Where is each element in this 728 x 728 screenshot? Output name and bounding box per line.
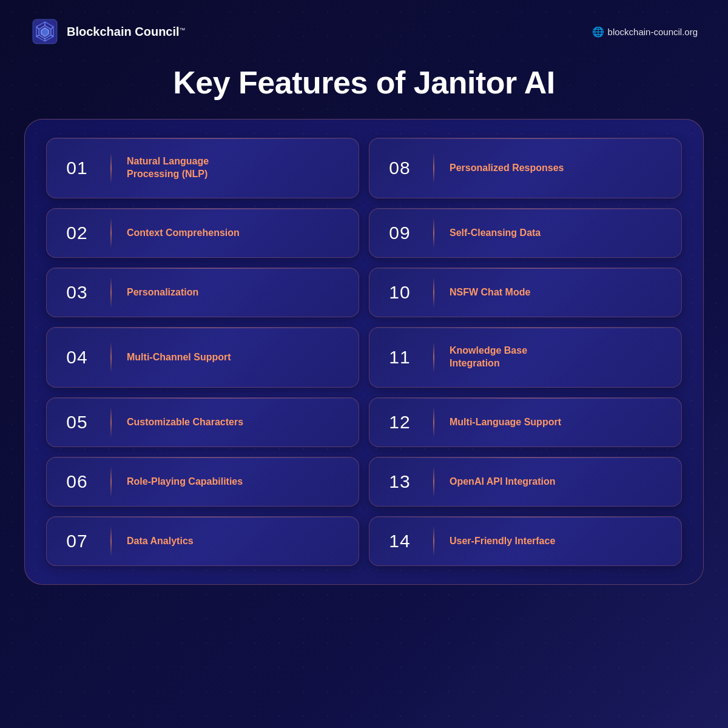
feature-divider [433, 277, 434, 308]
feature-item-12: 12Multi-Language Support [369, 397, 682, 447]
feature-item-01: 01Natural LanguageProcessing (NLP) [46, 138, 359, 198]
feature-item-10: 10NSFW Chat Mode [369, 268, 682, 317]
logo-area: Blockchain Council™ [30, 17, 186, 46]
feature-divider [110, 153, 112, 183]
feature-label-09: Self-Cleansing Data [437, 227, 553, 240]
feature-item-04: 04Multi-Channel Support [46, 327, 359, 388]
feature-number-14: 14 [369, 531, 430, 551]
feature-number-13: 13 [369, 471, 430, 492]
feature-divider [110, 342, 112, 372]
feature-number-12: 12 [369, 412, 430, 433]
feature-item-14: 14User-Friendly Interface [369, 516, 682, 566]
feature-item-11: 11Knowledge BaseIntegration [369, 327, 682, 388]
header: Blockchain Council™ 🌐 blockchain-council… [0, 0, 728, 52]
feature-item-03: 03Personalization [46, 268, 359, 317]
feature-number-09: 09 [369, 223, 430, 243]
feature-divider [433, 407, 434, 437]
feature-item-05: 05Customizable Characters [46, 397, 359, 447]
website-link: 🌐 blockchain-council.org [592, 26, 698, 38]
feature-item-06: 06Role-Playing Capabilities [46, 457, 359, 507]
feature-number-01: 01 [47, 158, 107, 178]
feature-number-04: 04 [47, 347, 107, 368]
feature-divider [110, 277, 112, 308]
feature-number-05: 05 [47, 412, 107, 433]
feature-number-02: 02 [47, 223, 107, 243]
feature-divider [110, 407, 112, 437]
feature-divider [433, 467, 434, 497]
feature-label-13: OpenAI API Integration [437, 476, 568, 488]
feature-divider [433, 342, 434, 372]
feature-item-09: 09Self-Cleansing Data [369, 208, 682, 258]
feature-label-01: Natural LanguageProcessing (NLP) [115, 155, 221, 181]
feature-label-10: NSFW Chat Mode [437, 286, 542, 299]
globe-icon: 🌐 [592, 26, 604, 38]
feature-divider [110, 218, 112, 248]
feature-number-10: 10 [369, 282, 430, 303]
features-container: 01Natural LanguageProcessing (NLP)08Pers… [24, 119, 704, 585]
feature-label-05: Customizable Characters [115, 416, 255, 429]
feature-number-11: 11 [369, 347, 430, 368]
page-title: Key Features of Janitor AI [0, 52, 728, 119]
feature-item-08: 08Personalized Responses [369, 138, 682, 198]
feature-label-12: Multi-Language Support [437, 416, 573, 429]
feature-divider [433, 218, 434, 248]
feature-label-08: Personalized Responses [437, 162, 576, 175]
feature-item-07: 07Data Analytics [46, 516, 359, 566]
feature-number-07: 07 [47, 531, 107, 551]
feature-label-14: User-Friendly Interface [437, 535, 567, 548]
blockchain-logo-icon [30, 17, 59, 46]
website-text: blockchain-council.org [608, 27, 698, 37]
feature-divider [433, 153, 434, 183]
feature-number-08: 08 [369, 158, 430, 178]
feature-label-06: Role-Playing Capabilities [115, 476, 255, 488]
feature-label-07: Data Analytics [115, 535, 206, 548]
feature-label-11: Knowledge BaseIntegration [437, 345, 539, 370]
feature-divider [110, 526, 112, 556]
feature-number-06: 06 [47, 471, 107, 492]
feature-divider [433, 526, 434, 556]
feature-label-02: Context Comprehension [115, 227, 252, 240]
feature-label-04: Multi-Channel Support [115, 351, 243, 364]
feature-item-13: 13OpenAI API Integration [369, 457, 682, 507]
feature-number-03: 03 [47, 282, 107, 303]
feature-divider [110, 467, 112, 497]
logo-text: Blockchain Council™ [67, 25, 186, 38]
feature-item-02: 02Context Comprehension [46, 208, 359, 258]
feature-label-03: Personalization [115, 286, 211, 299]
